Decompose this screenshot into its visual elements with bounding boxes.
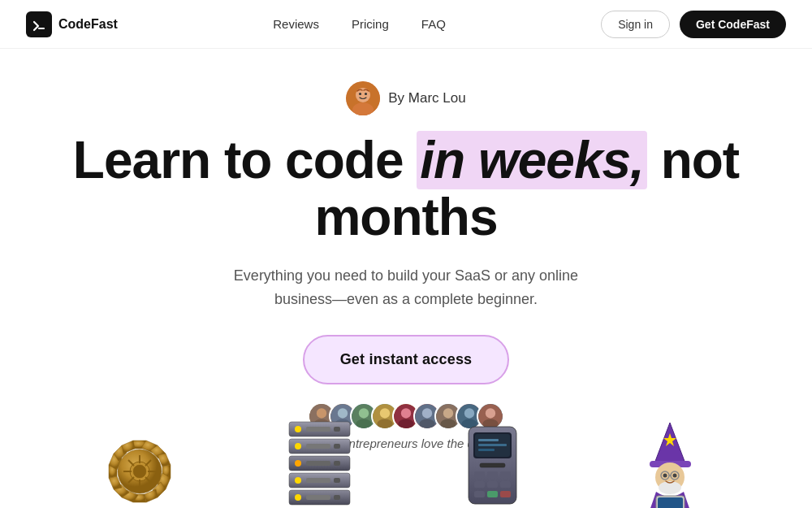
- avatars-row: [308, 402, 504, 430]
- svg-rect-62: [334, 495, 340, 500]
- nav-item-pricing[interactable]: Pricing: [352, 17, 389, 32]
- logo-icon: [26, 11, 52, 37]
- svg-point-31: [482, 419, 498, 429]
- navbar-actions: Sign in Get CodeFast: [601, 11, 786, 38]
- svg-point-24: [443, 409, 453, 419]
- social-count: 2,101: [309, 436, 339, 450]
- author-avatar: [346, 81, 380, 115]
- title-highlight: in weeks,: [417, 131, 647, 189]
- author-badge: By Marc Lou: [346, 81, 465, 115]
- svg-point-33: [130, 462, 149, 481]
- svg-line-39: [128, 460, 134, 466]
- svg-rect-70: [474, 471, 485, 478]
- svg-rect-59: [289, 490, 350, 505]
- svg-point-16: [377, 419, 392, 429]
- svg-point-82: [655, 462, 685, 492]
- svg-rect-71: [487, 471, 498, 478]
- svg-rect-78: [500, 491, 511, 497]
- svg-rect-61: [306, 495, 330, 500]
- svg-point-85: [661, 471, 669, 480]
- svg-point-3: [359, 93, 361, 95]
- svg-point-32: [118, 449, 162, 493]
- svg-rect-75: [500, 481, 511, 488]
- svg-point-52: [295, 460, 301, 467]
- svg-rect-51: [289, 456, 350, 471]
- get-instant-access-button[interactable]: Get instant access: [303, 335, 510, 384]
- svg-point-28: [461, 419, 477, 429]
- navbar: CodeFast Reviews Pricing FAQ Sign in Get…: [0, 0, 812, 49]
- avatar-9: [477, 402, 504, 430]
- social-proof: 2,101 entrepreneurs love the course: [308, 402, 504, 450]
- svg-point-6: [317, 409, 326, 419]
- svg-point-19: [398, 419, 413, 429]
- svg-point-9: [338, 409, 348, 419]
- hero-subtitle: Everything you need to build your SaaS o…: [211, 264, 601, 311]
- svg-point-27: [464, 409, 474, 419]
- svg-line-42: [128, 477, 134, 483]
- svg-point-21: [422, 409, 432, 419]
- hero-title: Learn to code in weeks, not months: [41, 132, 771, 246]
- svg-point-10: [335, 419, 350, 429]
- svg-point-56: [295, 477, 301, 484]
- svg-rect-54: [334, 461, 340, 466]
- nav-item-reviews[interactable]: Reviews: [273, 17, 319, 32]
- svg-rect-58: [334, 478, 340, 483]
- svg-rect-57: [306, 478, 330, 483]
- nav-item-faq[interactable]: FAQ: [421, 17, 446, 32]
- title-before: Learn to code: [73, 131, 417, 189]
- svg-line-40: [145, 477, 151, 483]
- svg-point-34: [133, 465, 146, 478]
- author-name: By Marc Lou: [388, 90, 465, 106]
- social-label: entrepreneurs love the course: [339, 436, 503, 450]
- signin-button[interactable]: Sign in: [601, 11, 670, 38]
- svg-point-4: [365, 93, 367, 95]
- hero-section: By Marc Lou Learn to code in weeks, not …: [0, 49, 812, 450]
- svg-point-12: [359, 409, 369, 419]
- svg-rect-69: [480, 463, 505, 467]
- svg-rect-77: [487, 491, 498, 497]
- svg-rect-90: [658, 497, 683, 508]
- svg-line-41: [145, 460, 151, 466]
- svg-point-7: [313, 419, 329, 429]
- svg-point-83: [663, 474, 667, 478]
- svg-point-13: [356, 419, 371, 429]
- svg-point-88: [659, 481, 681, 494]
- logo-text: CodeFast: [58, 17, 118, 32]
- svg-point-15: [380, 409, 390, 419]
- svg-point-25: [440, 419, 456, 429]
- svg-rect-76: [474, 491, 485, 497]
- svg-rect-53: [306, 461, 330, 466]
- svg-point-86: [671, 471, 679, 480]
- logo[interactable]: CodeFast: [26, 11, 118, 37]
- svg-rect-72: [500, 471, 511, 478]
- svg-point-84: [673, 474, 677, 478]
- svg-rect-74: [487, 481, 498, 488]
- svg-rect-89: [656, 496, 685, 508]
- svg-point-30: [486, 409, 495, 419]
- social-proof-text: 2,101 entrepreneurs love the course: [309, 436, 504, 450]
- svg-point-60: [295, 494, 301, 501]
- svg-rect-73: [474, 481, 485, 488]
- svg-rect-55: [289, 473, 350, 488]
- get-codefast-button[interactable]: Get CodeFast: [680, 11, 786, 38]
- svg-point-18: [401, 409, 411, 419]
- svg-rect-80: [650, 461, 691, 467]
- svg-point-22: [419, 419, 434, 429]
- nav-links: Reviews Pricing FAQ: [273, 17, 446, 32]
